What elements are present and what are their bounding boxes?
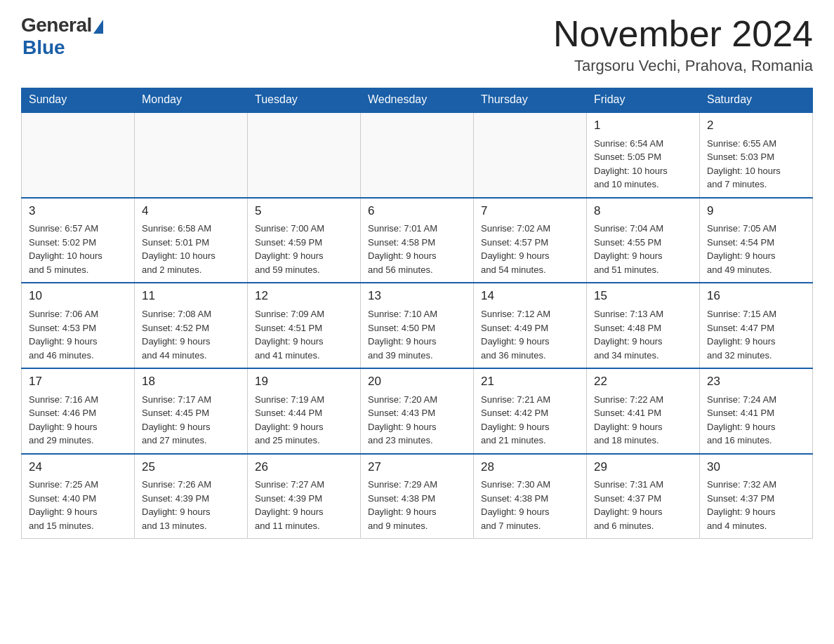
day-number: 23 xyxy=(707,373,805,391)
calendar-cell: 13Sunrise: 7:10 AMSunset: 4:50 PMDayligh… xyxy=(361,283,474,368)
day-info: Sunrise: 7:16 AMSunset: 4:46 PMDaylight:… xyxy=(29,393,127,448)
calendar-cell: 11Sunrise: 7:08 AMSunset: 4:52 PMDayligh… xyxy=(135,283,248,368)
calendar-cell: 14Sunrise: 7:12 AMSunset: 4:49 PMDayligh… xyxy=(474,283,587,368)
day-info: Sunrise: 7:08 AMSunset: 4:52 PMDaylight:… xyxy=(142,307,240,362)
day-info: Sunrise: 7:01 AMSunset: 4:58 PMDaylight:… xyxy=(368,222,466,276)
calendar-cell: 10Sunrise: 7:06 AMSunset: 4:53 PMDayligh… xyxy=(22,283,135,368)
day-number: 5 xyxy=(255,203,353,220)
calendar-cell: 23Sunrise: 7:24 AMSunset: 4:41 PMDayligh… xyxy=(700,368,813,454)
calendar-header-saturday: Saturday xyxy=(700,88,813,112)
day-number: 11 xyxy=(142,288,240,305)
logo-general-text: General xyxy=(21,14,92,36)
day-number: 28 xyxy=(481,459,579,476)
day-number: 2 xyxy=(707,117,805,135)
calendar-cell xyxy=(22,112,135,198)
day-number: 30 xyxy=(707,459,805,476)
day-info: Sunrise: 7:32 AMSunset: 4:37 PMDaylight:… xyxy=(707,478,805,532)
calendar-cell: 15Sunrise: 7:13 AMSunset: 4:48 PMDayligh… xyxy=(587,283,700,368)
calendar-cell xyxy=(135,112,248,198)
calendar-week-1: 1Sunrise: 6:54 AMSunset: 5:05 PMDaylight… xyxy=(22,112,813,198)
day-number: 19 xyxy=(255,373,353,391)
calendar-cell: 24Sunrise: 7:25 AMSunset: 4:40 PMDayligh… xyxy=(22,454,135,539)
month-title: November 2024 xyxy=(553,14,813,54)
calendar-header-monday: Monday xyxy=(135,88,248,112)
day-number: 24 xyxy=(29,459,127,476)
calendar-week-4: 17Sunrise: 7:16 AMSunset: 4:46 PMDayligh… xyxy=(22,368,813,454)
calendar-week-5: 24Sunrise: 7:25 AMSunset: 4:40 PMDayligh… xyxy=(22,454,813,539)
day-info: Sunrise: 7:12 AMSunset: 4:49 PMDaylight:… xyxy=(481,307,579,362)
day-info: Sunrise: 7:19 AMSunset: 4:44 PMDaylight:… xyxy=(255,393,353,448)
logo-blue-text: Blue xyxy=(22,36,65,59)
calendar-header-tuesday: Tuesday xyxy=(248,88,361,112)
day-info: Sunrise: 7:27 AMSunset: 4:39 PMDaylight:… xyxy=(255,478,353,532)
day-number: 14 xyxy=(481,288,579,305)
day-info: Sunrise: 7:29 AMSunset: 4:38 PMDaylight:… xyxy=(368,478,466,532)
day-info: Sunrise: 7:15 AMSunset: 4:47 PMDaylight:… xyxy=(707,307,805,362)
calendar-table: SundayMondayTuesdayWednesdayThursdayFrid… xyxy=(21,88,813,539)
calendar-cell: 28Sunrise: 7:30 AMSunset: 4:38 PMDayligh… xyxy=(474,454,587,539)
calendar-cell: 29Sunrise: 7:31 AMSunset: 4:37 PMDayligh… xyxy=(587,454,700,539)
page-header: General Blue November 2024 Targsoru Vech… xyxy=(21,14,813,75)
calendar-cell: 16Sunrise: 7:15 AMSunset: 4:47 PMDayligh… xyxy=(700,283,813,368)
day-number: 6 xyxy=(368,203,466,220)
calendar-cell: 17Sunrise: 7:16 AMSunset: 4:46 PMDayligh… xyxy=(22,368,135,454)
day-info: Sunrise: 7:25 AMSunset: 4:40 PMDaylight:… xyxy=(29,478,127,532)
calendar-cell: 21Sunrise: 7:21 AMSunset: 4:42 PMDayligh… xyxy=(474,368,587,454)
day-info: Sunrise: 7:06 AMSunset: 4:53 PMDaylight:… xyxy=(29,307,127,362)
calendar-cell: 26Sunrise: 7:27 AMSunset: 4:39 PMDayligh… xyxy=(248,454,361,539)
calendar-cell: 30Sunrise: 7:32 AMSunset: 4:37 PMDayligh… xyxy=(700,454,813,539)
day-number: 16 xyxy=(707,288,805,305)
day-number: 13 xyxy=(368,288,466,305)
day-number: 21 xyxy=(481,373,579,391)
day-info: Sunrise: 7:10 AMSunset: 4:50 PMDaylight:… xyxy=(368,307,466,362)
day-number: 25 xyxy=(142,459,240,476)
calendar-cell xyxy=(474,112,587,198)
calendar-cell: 22Sunrise: 7:22 AMSunset: 4:41 PMDayligh… xyxy=(587,368,700,454)
day-info: Sunrise: 7:04 AMSunset: 4:55 PMDaylight:… xyxy=(594,222,692,276)
day-number: 17 xyxy=(29,373,127,391)
logo-triangle-icon xyxy=(93,20,103,34)
day-number: 7 xyxy=(481,203,579,220)
calendar-header-sunday: Sunday xyxy=(22,88,135,112)
day-info: Sunrise: 7:00 AMSunset: 4:59 PMDaylight:… xyxy=(255,222,353,276)
day-number: 3 xyxy=(29,203,127,220)
day-number: 4 xyxy=(142,203,240,220)
logo: General Blue xyxy=(21,14,103,59)
calendar-cell: 20Sunrise: 7:20 AMSunset: 4:43 PMDayligh… xyxy=(361,368,474,454)
calendar-header-friday: Friday xyxy=(587,88,700,112)
day-number: 29 xyxy=(594,459,692,476)
calendar-week-2: 3Sunrise: 6:57 AMSunset: 5:02 PMDaylight… xyxy=(22,198,813,283)
calendar-week-3: 10Sunrise: 7:06 AMSunset: 4:53 PMDayligh… xyxy=(22,283,813,368)
calendar-cell: 6Sunrise: 7:01 AMSunset: 4:58 PMDaylight… xyxy=(361,198,474,283)
calendar-cell: 18Sunrise: 7:17 AMSunset: 4:45 PMDayligh… xyxy=(135,368,248,454)
calendar-cell: 9Sunrise: 7:05 AMSunset: 4:54 PMDaylight… xyxy=(700,198,813,283)
day-info: Sunrise: 7:30 AMSunset: 4:38 PMDaylight:… xyxy=(481,478,579,532)
day-info: Sunrise: 6:55 AMSunset: 5:03 PMDaylight:… xyxy=(707,137,805,192)
day-number: 20 xyxy=(368,373,466,391)
day-info: Sunrise: 7:26 AMSunset: 4:39 PMDaylight:… xyxy=(142,478,240,532)
calendar-cell: 27Sunrise: 7:29 AMSunset: 4:38 PMDayligh… xyxy=(361,454,474,539)
day-number: 18 xyxy=(142,373,240,391)
calendar-cell: 2Sunrise: 6:55 AMSunset: 5:03 PMDaylight… xyxy=(700,112,813,198)
day-info: Sunrise: 7:13 AMSunset: 4:48 PMDaylight:… xyxy=(594,307,692,362)
day-number: 10 xyxy=(29,288,127,305)
day-info: Sunrise: 6:57 AMSunset: 5:02 PMDaylight:… xyxy=(29,222,127,276)
calendar-cell: 19Sunrise: 7:19 AMSunset: 4:44 PMDayligh… xyxy=(248,368,361,454)
day-info: Sunrise: 7:09 AMSunset: 4:51 PMDaylight:… xyxy=(255,307,353,362)
calendar-cell: 5Sunrise: 7:00 AMSunset: 4:59 PMDaylight… xyxy=(248,198,361,283)
calendar-cell: 1Sunrise: 6:54 AMSunset: 5:05 PMDaylight… xyxy=(587,112,700,198)
day-info: Sunrise: 7:21 AMSunset: 4:42 PMDaylight:… xyxy=(481,393,579,448)
day-number: 1 xyxy=(594,117,692,135)
calendar-header-row: SundayMondayTuesdayWednesdayThursdayFrid… xyxy=(22,88,813,112)
day-info: Sunrise: 7:20 AMSunset: 4:43 PMDaylight:… xyxy=(368,393,466,448)
title-section: November 2024 Targsoru Vechi, Prahova, R… xyxy=(553,14,813,75)
calendar-cell: 12Sunrise: 7:09 AMSunset: 4:51 PMDayligh… xyxy=(248,283,361,368)
day-number: 9 xyxy=(707,203,805,220)
day-info: Sunrise: 7:22 AMSunset: 4:41 PMDaylight:… xyxy=(594,393,692,448)
day-info: Sunrise: 7:24 AMSunset: 4:41 PMDaylight:… xyxy=(707,393,805,448)
day-info: Sunrise: 7:02 AMSunset: 4:57 PMDaylight:… xyxy=(481,222,579,276)
calendar-cell: 8Sunrise: 7:04 AMSunset: 4:55 PMDaylight… xyxy=(587,198,700,283)
calendar-cell xyxy=(361,112,474,198)
location-title: Targsoru Vechi, Prahova, Romania xyxy=(553,57,813,75)
day-number: 22 xyxy=(594,373,692,391)
